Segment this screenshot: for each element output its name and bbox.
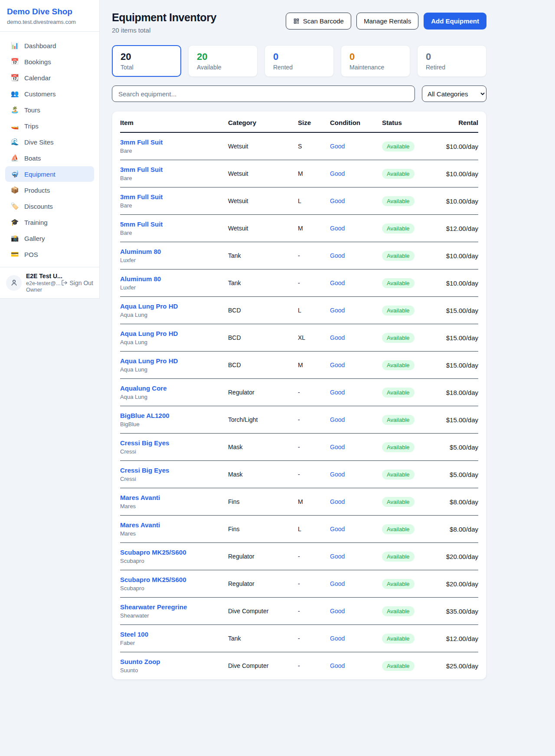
condition-link[interactable]: Good (330, 526, 382, 532)
condition-link[interactable]: Good (330, 252, 382, 259)
status-cell: Available (382, 224, 436, 233)
item-cell: 3mm Full Suit Bare (120, 193, 228, 209)
condition-link[interactable]: Good (330, 225, 382, 232)
condition-link[interactable]: Good (330, 279, 382, 286)
item-name-link[interactable]: Scubapro MK25/S600 (120, 576, 228, 583)
sidebar-item-label: Tours (24, 106, 40, 114)
stat-card-total[interactable]: 20 Total (112, 45, 181, 77)
item-brand: BigBlue (120, 421, 228, 427)
category-cell: Tank (228, 252, 298, 259)
column-header-category: Category (228, 119, 298, 126)
sign-out-button[interactable]: Sign Out (61, 279, 93, 286)
stat-card-rented[interactable]: 0 Rented (264, 45, 334, 77)
items-total-count: 20 items total (112, 26, 216, 34)
sidebar-item-discounts[interactable]: 🏷️Discounts (5, 198, 94, 214)
item-name-link[interactable]: Aqua Lung Pro HD (120, 357, 228, 365)
scan-barcode-button[interactable]: Scan Barcode (286, 13, 351, 30)
item-name-link[interactable]: Mares Avanti (120, 494, 228, 501)
stat-card-maintenance[interactable]: 0 Maintenance (341, 45, 410, 77)
condition-link[interactable]: Good (330, 307, 382, 314)
item-cell: Shearwater Peregrine Shearwater (120, 603, 228, 619)
item-name-link[interactable]: Cressi Big Eyes (120, 439, 228, 447)
search-input[interactable] (112, 85, 415, 102)
sidebar-item-dive-sites[interactable]: 🌊Dive Sites (5, 134, 94, 150)
page-header: Equipment Inventory 20 items total Scan … (112, 11, 486, 34)
condition-link[interactable]: Good (330, 580, 382, 587)
status-badge: Available (382, 442, 415, 452)
size-cell: L (298, 526, 330, 532)
header-actions: Scan Barcode Manage Rentals Add Equipmen… (286, 13, 486, 30)
item-name-link[interactable]: Scubapro MK25/S600 (120, 549, 228, 556)
item-name-link[interactable]: BigBlue AL1200 (120, 412, 228, 419)
sidebar-item-products[interactable]: 📦Products (5, 182, 94, 198)
item-brand: Bare (120, 230, 228, 236)
rental-cell: $20.00/day (436, 553, 478, 560)
stat-label-available: Available (197, 64, 249, 71)
condition-link[interactable]: Good (330, 471, 382, 478)
table-row: Steel 100 Faber Tank - Good Available $1… (120, 625, 478, 652)
status-cell: Available (382, 442, 436, 452)
item-name-link[interactable]: Aqualung Core (120, 385, 228, 392)
manage-rentals-button[interactable]: Manage Rentals (356, 13, 418, 30)
sidebar-item-calendar[interactable]: 📆Calendar (5, 70, 94, 85)
item-name-link[interactable]: Mares Avanti (120, 521, 228, 529)
item-cell: Scubapro MK25/S600 Scubapro (120, 549, 228, 564)
condition-link[interactable]: Good (330, 662, 382, 669)
category-cell: Wetsuit (228, 170, 298, 177)
item-brand: Mares (120, 503, 228, 509)
condition-link[interactable]: Good (330, 143, 382, 150)
avatar (6, 275, 22, 291)
condition-link[interactable]: Good (330, 635, 382, 642)
status-cell: Available (382, 470, 436, 480)
item-name-link[interactable]: Aluminum 80 (120, 248, 228, 255)
sidebar-item-training[interactable]: 🎓Training (5, 214, 94, 230)
table-row: Shearwater Peregrine Shearwater Dive Com… (120, 598, 478, 625)
sidebar-item-customers[interactable]: 👥Customers (5, 86, 94, 102)
stat-card-available[interactable]: 20 Available (188, 45, 258, 77)
condition-link[interactable]: Good (330, 444, 382, 450)
item-name-link[interactable]: Aqua Lung Pro HD (120, 330, 228, 337)
size-cell: S (298, 143, 330, 150)
item-name-link[interactable]: Cressi Big Eyes (120, 467, 228, 474)
item-brand: Aqua Lung (120, 394, 228, 400)
sign-out-label: Sign Out (70, 279, 93, 286)
item-name-link[interactable]: 3mm Full Suit (120, 166, 228, 173)
item-name-link[interactable]: 3mm Full Suit (120, 138, 228, 146)
size-cell: - (298, 444, 330, 450)
brand-name[interactable]: Demo Dive Shop (7, 7, 92, 16)
add-equipment-button[interactable]: Add Equipment (424, 13, 486, 30)
condition-link[interactable]: Good (330, 608, 382, 615)
sidebar-item-equipment[interactable]: 🤿Equipment (5, 166, 94, 182)
sidebar-item-tours[interactable]: 🏝️Tours (5, 102, 94, 118)
status-cell: Available (382, 634, 436, 644)
condition-link[interactable]: Good (330, 334, 382, 341)
stat-label-maintenance: Maintenance (349, 64, 402, 71)
stat-card-retired[interactable]: 0 Retired (417, 45, 486, 77)
item-name-link[interactable]: Suunto Zoop (120, 658, 228, 665)
item-name-link[interactable]: 3mm Full Suit (120, 193, 228, 201)
item-name-link[interactable]: Steel 100 (120, 631, 228, 638)
category-filter-select[interactable]: All Categories (422, 85, 486, 102)
sidebar-item-pos[interactable]: 💳POS (5, 247, 94, 262)
condition-link[interactable]: Good (330, 553, 382, 560)
sidebar-item-gallery[interactable]: 📸Gallery (5, 230, 94, 246)
item-name-link[interactable]: Aluminum 80 (120, 275, 228, 283)
speedboat-icon: 🚤 (10, 122, 19, 130)
condition-link[interactable]: Good (330, 389, 382, 396)
item-name-link[interactable]: Shearwater Peregrine (120, 603, 228, 611)
item-name-link[interactable]: 5mm Full Suit (120, 220, 228, 228)
sidebar-item-boats[interactable]: ⛵Boats (5, 150, 94, 166)
condition-link[interactable]: Good (330, 416, 382, 423)
condition-link[interactable]: Good (330, 498, 382, 505)
sidebar-item-dashboard[interactable]: 📊Dashboard (5, 38, 94, 53)
item-cell: 3mm Full Suit Bare (120, 166, 228, 181)
table-row: Aqua Lung Pro HD Aqua Lung BCD XL Good A… (120, 324, 478, 352)
condition-link[interactable]: Good (330, 170, 382, 177)
condition-link[interactable]: Good (330, 362, 382, 368)
sidebar-item-bookings[interactable]: 📅Bookings (5, 54, 94, 69)
filter-row: All Categories (112, 85, 486, 102)
sidebar-item-trips[interactable]: 🚤Trips (5, 118, 94, 134)
status-cell: Available (382, 196, 436, 206)
item-name-link[interactable]: Aqua Lung Pro HD (120, 302, 228, 310)
condition-link[interactable]: Good (330, 197, 382, 204)
